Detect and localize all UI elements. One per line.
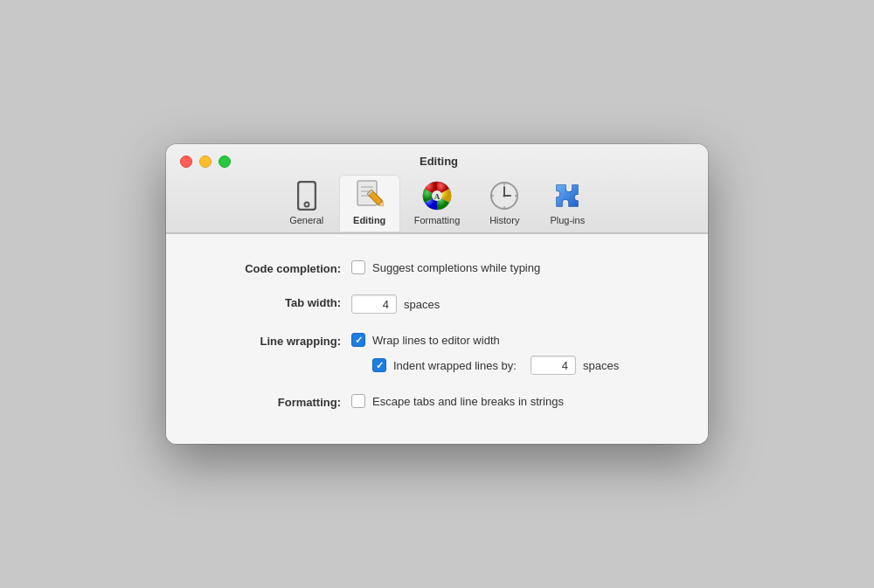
line-wrapping-content: Wrap lines to editor width Indent wrappe… [351, 333, 619, 375]
tab-formatting[interactable]: A Formatting [402, 175, 473, 232]
tab-width-content: 4 spaces [351, 294, 440, 314]
svg-point-16 [503, 195, 506, 197]
wrap-lines-item: Wrap lines to editor width [351, 333, 619, 347]
window: Editing General [166, 144, 708, 444]
formatting-item: Escape tabs and line breaks in strings [351, 394, 564, 408]
svg-point-1 [304, 203, 309, 207]
maximize-button[interactable] [218, 156, 231, 168]
code-completion-checkbox-label: Suggest completions while typing [372, 261, 540, 274]
minimize-button[interactable] [199, 156, 212, 168]
tab-width-item: 4 spaces [351, 294, 440, 314]
titlebar: Editing General [166, 144, 708, 233]
formatting-label: Formatting: [201, 394, 341, 409]
tab-width-input[interactable]: 4 [351, 294, 397, 314]
indent-value-input[interactable]: 4 [531, 356, 576, 375]
window-title: Editing [231, 155, 647, 168]
tab-width-row: Tab width: 4 spaces [201, 294, 673, 314]
indent-wrapped-item: Indent wrapped lines by: 4 spaces [372, 356, 619, 375]
formatting-content: Escape tabs and line breaks in strings [351, 394, 564, 408]
svg-text:A: A [434, 192, 440, 201]
formatting-checkbox-label: Escape tabs and line breaks in strings [372, 395, 564, 408]
formatting-row: Formatting: Escape tabs and line breaks … [201, 394, 673, 409]
wrap-lines-label: Wrap lines to editor width [372, 334, 500, 347]
tab-editing-label: Editing [353, 215, 385, 225]
wrap-lines-checkbox[interactable] [351, 333, 365, 347]
history-icon [489, 180, 520, 211]
close-button[interactable] [180, 156, 192, 168]
indent-wrapped-checkbox[interactable] [372, 358, 386, 372]
line-wrapping-label: Line wrapping: [201, 333, 341, 348]
tab-plugins-label: Plug-ins [550, 215, 585, 225]
formatting-icon: A [421, 180, 453, 211]
svg-rect-0 [298, 182, 316, 210]
line-wrapping-row: Line wrapping: Wrap lines to editor widt… [201, 333, 673, 375]
plugin-icon [551, 180, 583, 211]
indent-unit-label: spaces [583, 359, 619, 372]
tab-general[interactable]: General [276, 175, 337, 232]
code-completion-item: Suggest completions while typing [351, 260, 540, 274]
indent-wrapped-label: Indent wrapped lines by: [393, 359, 517, 372]
formatting-checkbox[interactable] [351, 394, 365, 408]
content-area: Code completion: Suggest completions whi… [166, 233, 708, 444]
tab-general-label: General [289, 215, 323, 225]
tab-history[interactable]: History [474, 175, 535, 232]
window-controls [180, 156, 231, 168]
tab-history-label: History [489, 215, 519, 225]
code-completion-label: Code completion: [201, 260, 341, 275]
tab-width-unit: spaces [404, 298, 440, 311]
code-completion-row: Code completion: Suggest completions whi… [201, 260, 673, 275]
tab-width-label: Tab width: [201, 294, 341, 309]
code-completion-content: Suggest completions while typing [351, 260, 540, 274]
editing-icon [354, 180, 385, 211]
tab-formatting-label: Formatting [414, 215, 461, 225]
tab-editing[interactable]: Editing [339, 175, 400, 232]
code-completion-checkbox[interactable] [351, 260, 365, 274]
tab-plugins[interactable]: Plug-ins [537, 175, 598, 232]
general-icon [291, 180, 323, 211]
toolbar: General [269, 175, 606, 232]
